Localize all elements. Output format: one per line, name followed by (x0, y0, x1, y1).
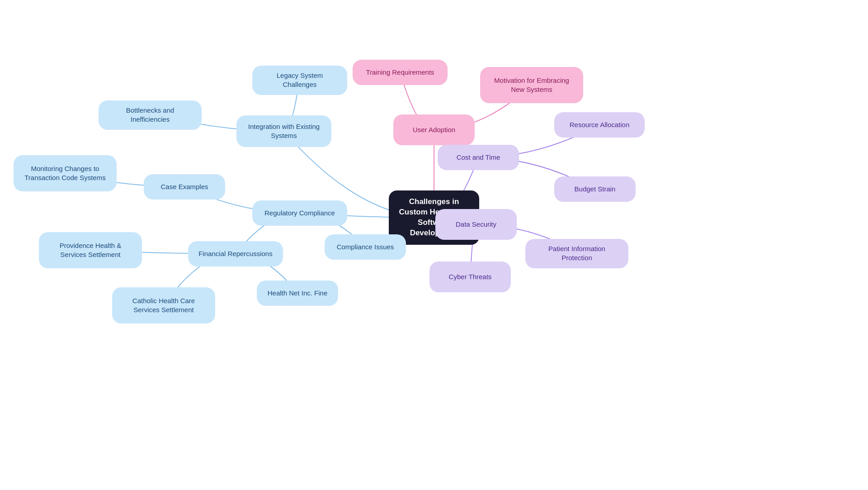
node-providence: Providence Health & Services Settlement (39, 232, 142, 268)
node-legacy: Legacy System Challenges (252, 66, 347, 95)
node-healthnet: Health Net Inc. Fine (257, 281, 338, 306)
node-bottlenecks: Bottlenecks and Inefficiencies (99, 100, 202, 130)
node-resource: Resource Allocation (554, 112, 645, 138)
node-patient-protection: Patient Information Protection (525, 239, 628, 268)
node-catholic: Catholic Health Care Services Settlement (112, 287, 215, 323)
node-financial: Financial Repercussions (188, 241, 283, 266)
node-integration: Integration with Existing Systems (236, 115, 331, 147)
node-regulatory: Regulatory Compliance (252, 200, 347, 226)
node-user-adoption: User Adoption (393, 114, 475, 145)
node-budget: Budget Strain (554, 176, 636, 202)
node-data-security: Data Security (435, 209, 517, 240)
node-cost-time: Cost and Time (438, 145, 519, 170)
node-monitoring: Monitoring Changes to Transaction Code S… (14, 155, 117, 191)
node-cyber: Cyber Threats (429, 262, 511, 292)
node-motivation: Motivation for Embracing New Systems (480, 67, 583, 103)
node-training: Training Requirements (353, 60, 448, 85)
node-case-examples: Case Examples (144, 174, 225, 200)
node-compliance-issues: Compliance Issues (325, 234, 406, 260)
